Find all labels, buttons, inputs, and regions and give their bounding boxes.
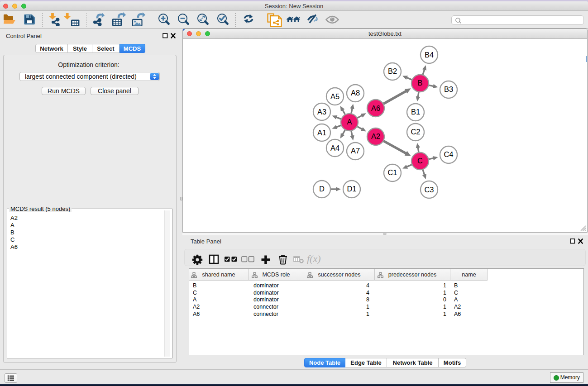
svg-text:D: D — [319, 185, 325, 193]
svg-text:A3: A3 — [317, 108, 326, 116]
svg-text:C2: C2 — [411, 128, 420, 136]
svg-text:D1: D1 — [347, 185, 356, 193]
svg-text:A: A — [347, 118, 352, 126]
svg-text:A4: A4 — [330, 144, 339, 152]
svg-text:A7: A7 — [351, 147, 360, 155]
svg-text:A6: A6 — [371, 104, 380, 112]
svg-text:C1: C1 — [387, 168, 397, 176]
svg-text:A5: A5 — [330, 92, 339, 100]
svg-text:C3: C3 — [424, 186, 434, 194]
svg-text:B1: B1 — [411, 108, 420, 116]
svg-text:A1: A1 — [317, 129, 326, 137]
svg-text:B: B — [417, 79, 422, 87]
svg-text:B4: B4 — [425, 51, 434, 59]
svg-text:C4: C4 — [444, 150, 453, 158]
svg-text:B3: B3 — [444, 85, 453, 93]
svg-text:A2: A2 — [371, 132, 380, 140]
svg-text:C: C — [417, 157, 423, 165]
svg-text:A8: A8 — [351, 89, 360, 97]
svg-text:B2: B2 — [388, 67, 397, 75]
